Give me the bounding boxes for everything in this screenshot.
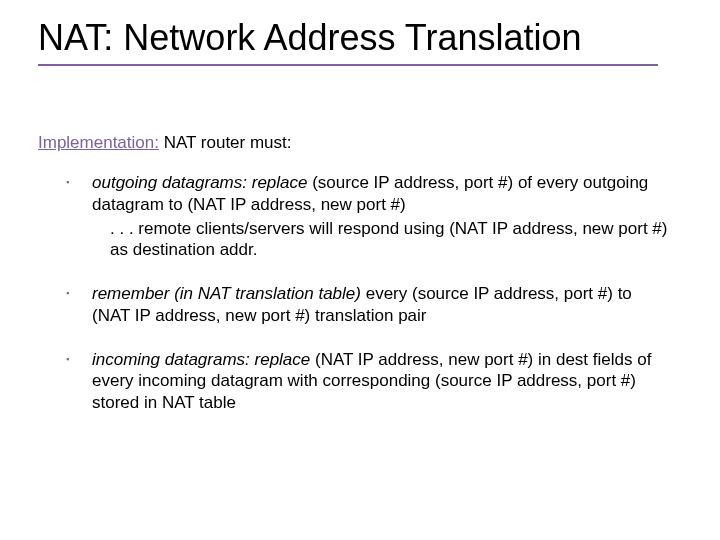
subtitle-label: Implementation: xyxy=(38,133,159,152)
slide-title: NAT: Network Address Translation xyxy=(38,18,658,66)
bullet-item: outgoing datagrams: replace (source IP a… xyxy=(92,172,672,261)
subtitle-rest: NAT router must: xyxy=(159,133,292,152)
slide-subtitle: Implementation: NAT router must: xyxy=(38,133,292,153)
bullet-lead: incoming datagrams: replace xyxy=(92,350,310,369)
bullet-subtext: . . . remote clients/servers will respon… xyxy=(92,218,672,262)
bullet-item: incoming datagrams: replace (NAT IP addr… xyxy=(92,349,672,414)
slide-body: outgoing datagrams: replace (source IP a… xyxy=(92,172,672,436)
bullet-item: remember (in NAT translation table) ever… xyxy=(92,283,672,327)
slide: NAT: Network Address Translation Impleme… xyxy=(0,0,720,540)
bullet-lead: outgoing datagrams: replace xyxy=(92,173,307,192)
bullet-lead: remember (in NAT translation table) xyxy=(92,284,361,303)
